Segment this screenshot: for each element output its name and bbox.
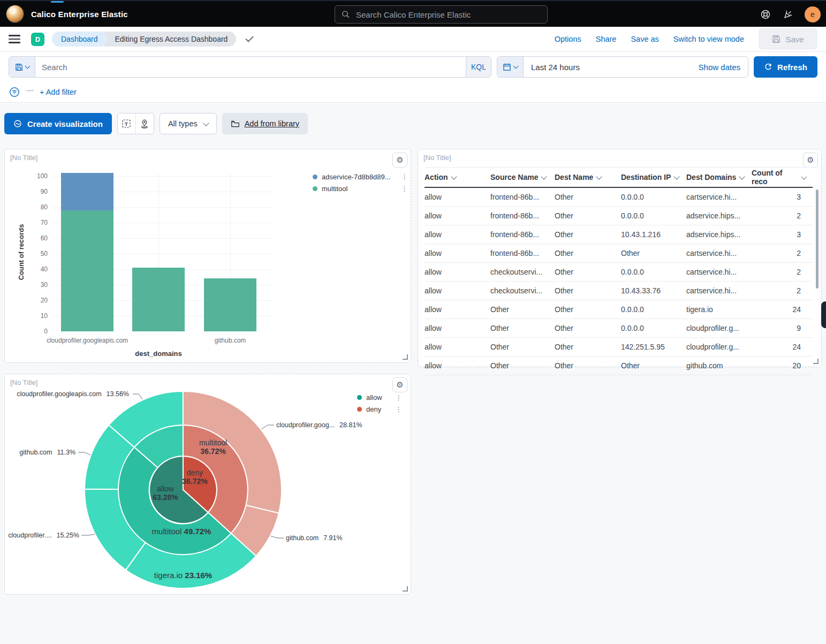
y-tick-label: 100 (25, 172, 48, 180)
bar-segment[interactable] (204, 278, 256, 331)
global-search-input[interactable] (355, 10, 541, 20)
share-button[interactable]: Share (596, 35, 617, 43)
legend-label[interactable]: multitool (322, 185, 397, 193)
y-tick-label: 90 (25, 188, 48, 195)
legend-menu-icon[interactable]: ⋮ (401, 185, 408, 192)
table-cell: 24 (752, 305, 809, 314)
legend-label[interactable]: allow (366, 393, 391, 401)
bar-segment[interactable] (132, 268, 185, 331)
table-row: allowcheckoutservi...Other0.0.0.0cartser… (425, 263, 813, 282)
column-header[interactable]: Source Name (490, 173, 555, 181)
bar-segment[interactable] (61, 210, 113, 331)
legend-menu-icon[interactable]: ⋮ (401, 173, 408, 180)
kql-language-button[interactable]: KQL (466, 57, 491, 77)
add-filter-button[interactable]: + Add filter (40, 88, 77, 96)
table-cell: cartservice.hi... (686, 193, 752, 201)
table-cell: 2 (752, 211, 809, 220)
pie-legend: allow ⋮ deny ⋮ (357, 391, 402, 415)
table-row: allowcheckoutservi...Other10.43.33.76car… (425, 282, 813, 300)
column-header[interactable]: Dest Name (555, 173, 621, 181)
saved-query-icon (15, 63, 23, 71)
global-search[interactable] (335, 5, 548, 24)
column-header-label: Action (425, 173, 448, 181)
bar-segment[interactable] (61, 173, 113, 210)
chevron-down-icon (541, 173, 547, 179)
menu-icon[interactable] (9, 35, 20, 43)
legend-label[interactable]: deny (366, 405, 391, 413)
legend-dot (357, 395, 362, 400)
y-tick-label: 0 (25, 328, 48, 335)
bar-chart-legend: adservice-7d8b8d89... ⋮ multitool ⋮ (313, 171, 408, 194)
table-cell: Other (555, 343, 621, 351)
table-cell: 0.0.0.0 (621, 305, 686, 314)
help-icon[interactable] (760, 9, 771, 20)
calendar-menu-button[interactable] (497, 57, 524, 77)
table-cell: Other (621, 361, 686, 370)
y-tick-label: 20 (25, 297, 48, 304)
column-header[interactable]: Dest Domains (686, 173, 752, 181)
collapsed-flyout-tab[interactable] (821, 301, 826, 328)
brand: Calico Enterprise Elastic (6, 5, 128, 22)
table-cell: 0.0.0.0 (621, 211, 686, 220)
column-header[interactable]: Action (425, 173, 490, 181)
table-cell: cloudprofiler.g... (686, 343, 752, 351)
kql-query-input[interactable] (35, 57, 466, 77)
breadcrumb-dashboard[interactable]: Dashboard (52, 32, 109, 47)
time-range-value[interactable]: Last 24 hours (524, 63, 699, 72)
add-text-markdown-button[interactable]: T (118, 113, 135, 134)
column-header[interactable]: Count of reco (752, 169, 809, 186)
all-types-dropdown[interactable]: All types (160, 113, 217, 134)
bar-chart-panel: [No Title] ⚙ 0102030405060708090100cloud… (4, 149, 411, 363)
table-cell: allow (425, 361, 490, 370)
quick-add-group: T (117, 113, 154, 134)
breadcrumb-bar: D Dashboard Editing Egress Access Dashbo… (0, 27, 826, 52)
table-cell: 2 (752, 286, 809, 295)
legend-dot (357, 407, 362, 412)
save-button[interactable]: Save (759, 28, 817, 50)
column-header-label: Destination IP (621, 173, 671, 181)
table-cell: cloudprofiler.g... (686, 324, 752, 332)
add-map-button[interactable] (135, 113, 154, 134)
legend-label[interactable]: adservice-7d8b8d89... (322, 173, 397, 181)
refresh-button[interactable]: Refresh (754, 56, 817, 78)
panel-resize-handle[interactable] (403, 586, 408, 592)
query-bar: KQL Last 24 hours Show dates Refresh (0, 52, 826, 82)
news-party-icon[interactable] (782, 9, 794, 20)
table-cell: cartservice.hi... (686, 286, 752, 295)
table-cell: Other (490, 361, 555, 370)
table-scrollbar[interactable] (816, 190, 819, 289)
panel-resize-handle[interactable] (403, 354, 408, 360)
y-tick-label: 80 (25, 203, 48, 211)
space-badge[interactable]: D (31, 33, 44, 46)
header-actions: e (760, 1, 821, 28)
show-dates-button[interactable]: Show dates (699, 63, 748, 72)
breadcrumb-current: Editing Egress Access Dashboard (104, 32, 237, 47)
table-cell: Other (555, 324, 621, 332)
table-cell: Other (490, 343, 555, 351)
table-cell: Other (555, 230, 621, 239)
column-header-label: Count of reco (752, 169, 798, 186)
gear-icon[interactable]: ⚙ (803, 153, 818, 168)
table-cell: 0.0.0.0 (621, 324, 686, 332)
legend-menu-icon[interactable]: ⋮ (395, 406, 402, 413)
table-cell: 2 (752, 249, 809, 257)
check-icon (246, 34, 254, 42)
column-header-label: Dest Name (555, 173, 593, 181)
legend-menu-icon[interactable]: ⋮ (395, 394, 402, 401)
table-cell: allow (425, 193, 490, 201)
filter-dash: — (26, 86, 34, 94)
switch-view-mode-button[interactable]: Switch to view mode (673, 35, 744, 43)
saved-query-menu-button[interactable] (9, 57, 35, 77)
filter-icon[interactable] (9, 86, 20, 98)
y-axis-title: Count of records (17, 224, 25, 281)
calendar-icon (503, 63, 511, 71)
column-header[interactable]: Destination IP (621, 173, 686, 181)
y-tick-label: 70 (25, 219, 48, 226)
panel-resize-handle[interactable] (813, 359, 819, 364)
options-button[interactable]: Options (555, 35, 581, 43)
save-as-button[interactable]: Save as (631, 35, 658, 43)
create-visualization-button[interactable]: Create visualization (4, 113, 112, 134)
user-avatar[interactable]: e (805, 6, 821, 22)
add-from-library-button[interactable]: Add from library (222, 113, 308, 134)
table-cell: allow (425, 230, 490, 239)
